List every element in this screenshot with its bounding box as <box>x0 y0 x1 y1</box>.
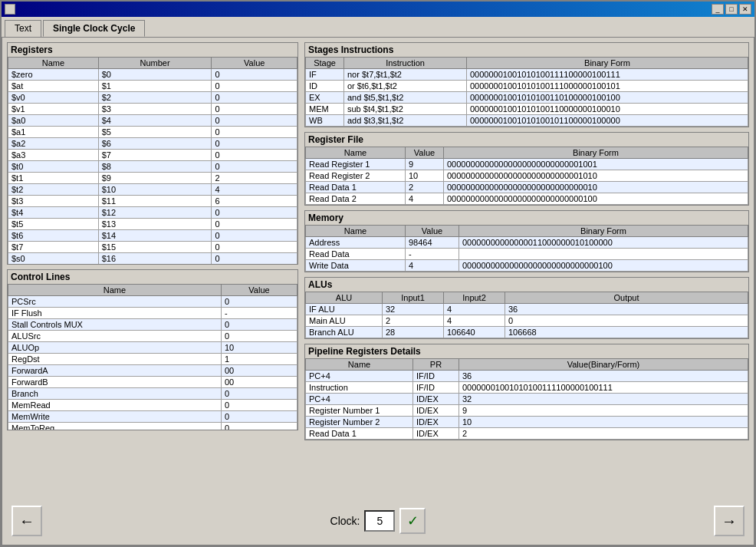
check-button[interactable]: ✓ <box>399 508 426 534</box>
pipeline-table: Name PR Value(Binary/Form) PC+4IF/ID36In… <box>305 358 748 440</box>
registers-section: Registers Name Number Value $ <box>7 42 298 265</box>
table-row: $t1$92 <box>8 173 297 184</box>
table-row: Read Register 19000000000000000000000000… <box>306 159 748 170</box>
prev-button[interactable]: ← <box>12 506 42 536</box>
tab-text[interactable]: Text <box>5 20 41 37</box>
pipeline-title: Pipeline Registers Details <box>305 344 748 358</box>
regfile-cell: Read Register 2 <box>306 170 406 182</box>
control-cell: 00 <box>221 377 297 388</box>
registers-cell: 0 <box>212 69 297 81</box>
regfile-col-value: Value <box>406 147 444 159</box>
right-panel: Stages Instructions Stage Instruction Bi… <box>304 42 749 502</box>
main-area: Registers Name Number Value $ <box>7 42 749 502</box>
registers-cell: $13 <box>98 219 212 230</box>
maximize-button[interactable]: □ <box>725 4 738 15</box>
registers-cell: 0 <box>212 81 297 92</box>
alus-table-wrapper[interactable]: ALU Input1 Input2 Output IF ALU32436Main… <box>305 292 748 338</box>
table-row: $v1$30 <box>8 104 297 115</box>
control-cell: 0 <box>221 331 297 342</box>
stages-cell: 00000001001010100110100000100100 <box>467 92 748 104</box>
control-cell: 0 <box>221 388 297 400</box>
table-row: Stall Controls MUX0 <box>8 319 297 331</box>
stages-cell: 00000001001010100110000000100010 <box>467 104 748 115</box>
pipeline-cell: Register Number 2 <box>306 417 413 428</box>
control-cell: Branch <box>8 388 222 400</box>
registers-cell: $0 <box>98 69 212 81</box>
clock-label: Clock: <box>330 515 360 527</box>
registers-cell: $2 <box>98 92 212 104</box>
control-lines-table-wrapper[interactable]: Name Value PCSrc0IF Flush-Stall Controls… <box>8 284 297 430</box>
alu-cell: 0 <box>505 315 748 327</box>
table-row: MEMsub $t4,$t1,$t20000000100101010011000… <box>306 104 748 115</box>
registers-cell: $a1 <box>8 127 99 138</box>
registers-cell: $5 <box>98 127 212 138</box>
table-row: Main ALU240 <box>306 315 748 327</box>
stages-col-stage: Stage <box>306 58 344 69</box>
table-row: WBadd $t3,$t1,$t200000001001010100101100… <box>306 115 748 127</box>
registers-cell: $7 <box>98 150 212 161</box>
table-row: $v0$20 <box>8 92 297 104</box>
table-row: Address984640000000000000001100000001010… <box>306 237 748 249</box>
table-row: IF Flush- <box>8 308 297 319</box>
registers-cell: $9 <box>98 173 212 184</box>
stages-cell: MEM <box>306 104 344 115</box>
stages-col-binary: Binary Form <box>467 58 748 69</box>
table-row: Branch0 <box>8 388 297 400</box>
control-lines-table: Name Value PCSrc0IF Flush-Stall Controls… <box>8 284 297 430</box>
next-button[interactable]: → <box>714 506 744 536</box>
regfile-title: Register File <box>305 133 748 147</box>
registers-cell: 0 <box>212 161 297 173</box>
alu-cell: 4 <box>444 304 505 315</box>
memory-table-wrapper[interactable]: Name Value Binary Form Address9846400000… <box>305 225 748 272</box>
table-row: Read Data 1ID/EX2 <box>306 428 748 440</box>
registers-cell: $15 <box>98 242 212 253</box>
control-cell: 00 <box>221 365 297 377</box>
registers-cell: $14 <box>98 230 212 242</box>
registers-cell: 4 <box>212 184 297 196</box>
registers-cell: $a2 <box>8 138 99 150</box>
stages-cell: ID <box>306 81 344 92</box>
close-button[interactable]: ✕ <box>739 4 751 15</box>
registers-cell: $t7 <box>8 242 99 253</box>
stages-cell: WB <box>306 115 344 127</box>
registers-col-name: Name <box>8 58 99 69</box>
stages-cell: 00000001001010100101100000100000 <box>467 115 748 127</box>
stages-cell: EX <box>306 92 344 104</box>
pipeline-cell: ID/EX <box>413 394 459 405</box>
regfile-cell: 9 <box>406 159 444 170</box>
table-row: EXand $t5,$t1,$t200000001001010100110100… <box>306 92 748 104</box>
regfile-col-binary: Binary Form <box>444 147 748 159</box>
minimize-button[interactable]: _ <box>712 4 724 15</box>
stages-title: Stages Instructions <box>305 43 748 57</box>
registers-table-wrapper[interactable]: Name Number Value $zero$00$at$10$v0$20$v… <box>8 57 297 264</box>
control-cell: 0 <box>221 319 297 331</box>
control-col-name: Name <box>8 285 222 296</box>
clock-input[interactable] <box>364 510 395 532</box>
app-icon <box>5 4 15 15</box>
alu-cell: 106640 <box>444 327 505 338</box>
tab-single-clock-cycle[interactable]: Single Clock Cycle <box>43 20 145 37</box>
pipeline-table-wrapper[interactable]: Name PR Value(Binary/Form) PC+4IF/ID36In… <box>305 358 748 440</box>
registers-cell: 0 <box>212 207 297 219</box>
alus-section: ALUs ALU Input1 Input2 Output <box>304 277 749 339</box>
control-cell: ALUSrc <box>8 331 222 342</box>
registers-cell: $t6 <box>8 230 99 242</box>
table-row: ForwardB00 <box>8 377 297 388</box>
pipeline-cell: 36 <box>459 371 748 382</box>
table-row: RegDst1 <box>8 354 297 365</box>
table-row: InstructionIF/ID000000010010101001111000… <box>306 382 748 394</box>
alu-cell: Main ALU <box>306 315 383 327</box>
table-row: $t2$104 <box>8 184 297 196</box>
regfile-table-wrapper[interactable]: Name Value Binary Form Read Register 190… <box>305 147 748 205</box>
alu-cell: 36 <box>505 304 748 315</box>
alus-title: ALUs <box>305 278 748 292</box>
stages-table-wrapper[interactable]: Stage Instruction Binary Form IFnor $t7,… <box>305 57 748 127</box>
table-row: IF ALU32436 <box>306 304 748 315</box>
table-row: Read Data- <box>306 249 748 260</box>
alu-col-output: Output <box>505 292 748 304</box>
registers-cell: $11 <box>98 196 212 207</box>
regfile-cell: 00000000000000000000000000001001 <box>444 159 748 170</box>
registers-col-number: Number <box>98 58 212 69</box>
table-row: MemRead0 <box>8 400 297 411</box>
regfile-cell: 00000000000000000000000000000010 <box>444 182 748 193</box>
